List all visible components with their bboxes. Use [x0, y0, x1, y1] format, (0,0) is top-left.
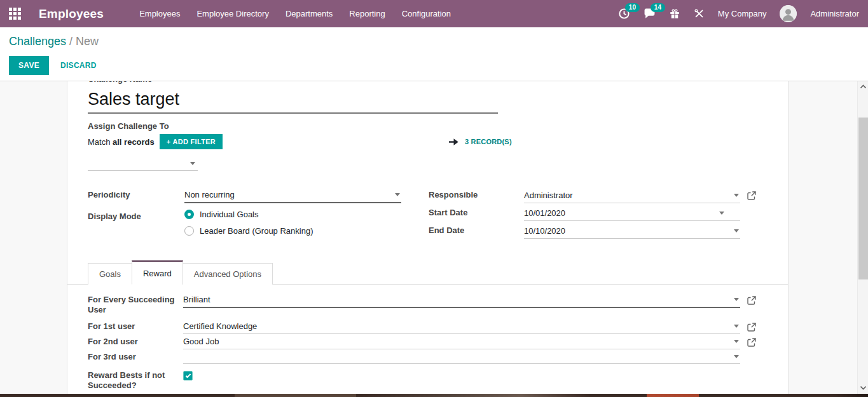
for-3rd-user-select[interactable] — [183, 350, 740, 364]
caret-down-icon — [734, 229, 739, 232]
reward-row-1st-user: For 1st user Certified Knowledge — [88, 320, 756, 334]
domain-filter-row: Match all records + ADD FILTER 3 RECORD(… — [88, 134, 756, 149]
top-navbar: Employees Employees Employee Directory D… — [0, 0, 868, 27]
control-panel-buttons: SAVE DISCARD — [9, 56, 859, 75]
reward-row-succeeding-user: For Every Succeeding User Brilliant — [88, 293, 756, 315]
external-link-icon — [747, 296, 756, 305]
gift-icon[interactable] — [669, 8, 680, 20]
end-date-input[interactable]: 10/10/2020 — [524, 224, 740, 239]
end-date-row: End Date 10/10/2020 — [429, 224, 756, 241]
reward-bests-label: Reward Bests if not Succeeded? — [88, 368, 183, 391]
tab-advanced-options[interactable]: Advanced Options — [183, 263, 273, 285]
menu-item-employees[interactable]: Employees — [139, 9, 180, 18]
menu-item-configuration[interactable]: Configuration — [402, 9, 451, 18]
end-date-label: End Date — [429, 224, 524, 236]
responsible-select[interactable]: Administrator — [524, 188, 740, 203]
caret-down-icon — [734, 194, 739, 197]
app-title[interactable]: Employees — [39, 7, 104, 21]
responsible-open-record[interactable] — [740, 188, 756, 200]
user-menu[interactable]: Administrator — [810, 9, 859, 18]
caret-down-icon — [734, 298, 739, 301]
menu-item-employee-directory[interactable]: Employee Directory — [196, 9, 268, 18]
caret-down-icon — [734, 340, 739, 343]
responsible-label: Responsible — [429, 188, 524, 200]
breadcrumb-challenges[interactable]: Challenges — [9, 35, 66, 48]
reward-tab-pane: For Every Succeeding User Brilliant For … — [88, 293, 756, 391]
challenge-name-input[interactable]: Sales target — [88, 90, 498, 114]
breadcrumb-separator: / — [69, 35, 72, 48]
user-avatar[interactable] — [780, 5, 797, 22]
display-mode-row: Display Mode Individual Goals Leader Boa… — [88, 210, 401, 243]
start-date-input[interactable]: 10/01/2020 — [524, 206, 740, 221]
scroll-up-icon[interactable] — [860, 84, 867, 89]
for-every-succeeding-user-select[interactable]: Brilliant — [183, 293, 740, 308]
for-3rd-user-label: For 3rd user — [88, 350, 183, 362]
records-count-link[interactable]: 3 RECORD(S) — [465, 138, 512, 145]
discard-button[interactable]: DISCARD — [58, 56, 99, 75]
company-switcher[interactable]: My Company — [718, 9, 767, 18]
start-date-row: Start Date 10/01/2020 — [429, 206, 756, 224]
right-column: Responsible Administrator — [429, 188, 756, 243]
vertical-scrollbar[interactable] — [857, 81, 868, 394]
for-1st-user-select[interactable]: Certified Knowledge — [183, 320, 740, 334]
activities-button[interactable]: 10 — [618, 8, 630, 20]
radio-leader-board[interactable]: Leader Board (Group Ranking) — [184, 226, 313, 236]
reward-bests-checkbox[interactable] — [183, 371, 193, 380]
add-filter-button[interactable]: + ADD FILTER — [160, 134, 223, 149]
periodicity-row: Periodicity Non recurring — [88, 188, 401, 206]
start-date-label: Start Date — [429, 206, 524, 218]
radio-unselected-icon — [184, 226, 194, 236]
person-icon — [780, 5, 797, 22]
activities-badge: 10 — [625, 3, 640, 12]
check-icon — [185, 372, 190, 377]
main-menu: Employees Employee Directory Departments… — [139, 9, 451, 18]
open-badge-record[interactable] — [740, 320, 756, 332]
menu-item-reporting[interactable]: Reporting — [349, 9, 385, 18]
arrow-right-icon — [448, 138, 459, 146]
external-link-icon — [747, 323, 756, 332]
control-panel: Challenges / New SAVE DISCARD — [0, 27, 868, 81]
breadcrumb: Challenges / New — [9, 35, 859, 48]
tab-reward[interactable]: Reward — [132, 260, 183, 285]
radio-selected-icon — [184, 210, 194, 219]
open-badge-record[interactable] — [740, 293, 756, 305]
open-badge-record[interactable] — [740, 335, 756, 347]
radio-individual-goals[interactable]: Individual Goals — [184, 210, 313, 219]
odoo-employees-window: Employees Employees Employee Directory D… — [0, 0, 868, 397]
tools-icon[interactable] — [694, 8, 705, 19]
left-column: Periodicity Non recurring Display Mode I… — [88, 188, 401, 243]
scrollbar-thumb[interactable] — [858, 118, 868, 279]
notebook-tabs: Goals Reward Advanced Options — [67, 262, 788, 285]
assign-challenge-label: Assign Challenge To — [88, 121, 756, 131]
for-2nd-user-label: For 2nd user — [88, 335, 183, 347]
assign-users-select[interactable] — [88, 159, 198, 171]
scroll-down-icon[interactable] — [860, 386, 867, 390]
tab-goals[interactable]: Goals — [88, 263, 132, 285]
match-records-text: Match all records — [88, 137, 155, 147]
apps-grid-icon[interactable] — [9, 8, 21, 20]
save-button[interactable]: SAVE — [9, 56, 49, 75]
external-link-icon — [747, 191, 756, 200]
periodicity-select[interactable]: Non recurring — [184, 188, 401, 203]
messages-badge: 14 — [651, 3, 665, 12]
display-mode-options: Individual Goals Leader Board (Group Ran… — [184, 210, 313, 243]
for-2nd-user-select[interactable]: Good Job — [183, 335, 740, 349]
reward-row-3rd-user: For 3rd user — [88, 350, 756, 364]
for-every-succeeding-user-label: For Every Succeeding User — [88, 293, 183, 315]
periodicity-label: Periodicity — [88, 188, 184, 200]
form-scroll-area[interactable]: Challenge Name Sales target Assign Chall… — [0, 81, 868, 397]
display-mode-label: Display Mode — [88, 210, 184, 222]
taskbar-edge — [0, 394, 868, 397]
messages-button[interactable]: 14 — [644, 8, 656, 20]
match-records-count: all records — [113, 137, 155, 147]
caret-down-icon — [734, 355, 739, 358]
external-link-icon — [747, 338, 756, 347]
for-1st-user-label: For 1st user — [88, 320, 183, 332]
caret-down-icon — [719, 212, 724, 215]
challenge-name-label-clipped: Challenge Name — [88, 81, 756, 84]
caret-down-icon — [190, 162, 195, 165]
caret-down-icon — [395, 193, 400, 196]
menu-item-departments[interactable]: Departments — [286, 9, 333, 18]
navbar-systray: 10 14 My Company — [618, 5, 859, 22]
matched-records: 3 RECORD(S) — [448, 138, 512, 146]
